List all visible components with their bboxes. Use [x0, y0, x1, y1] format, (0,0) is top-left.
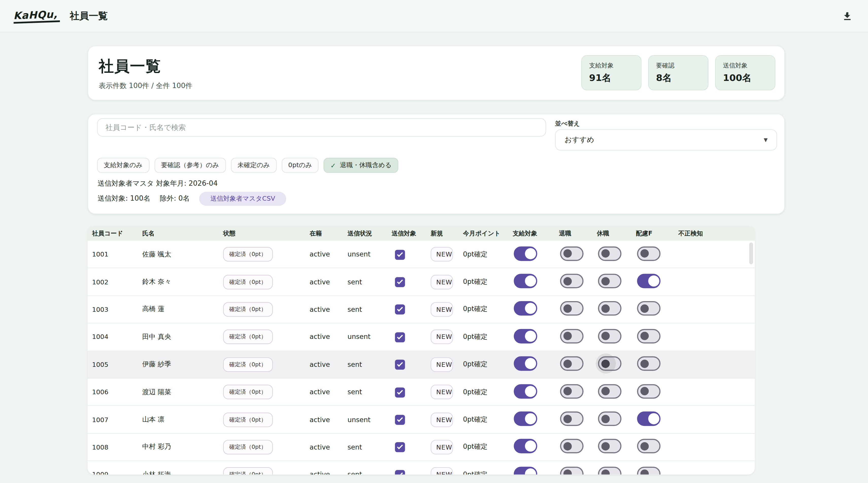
filter-chip[interactable]: 要確認（参考）のみ — [154, 158, 226, 173]
status-badge: 確定済（0pt） — [223, 247, 273, 261]
pay-target-toggle[interactable] — [514, 356, 537, 371]
new-badge: NEW — [431, 385, 453, 399]
column-header: 在籍 — [310, 229, 347, 237]
table-scrollbar-thumb[interactable] — [749, 243, 753, 264]
search-input[interactable] — [97, 118, 546, 137]
send-target-checkbox[interactable] — [395, 332, 405, 343]
filter-chip[interactable]: 支給対象のみ — [97, 158, 149, 173]
leave-toggle[interactable] — [598, 301, 621, 316]
employee-code: 1007 — [92, 416, 143, 424]
send-target-checkbox[interactable] — [395, 470, 405, 474]
employee-name: 中村 彩乃 — [142, 442, 223, 452]
app-logo: KaHQu, — [13, 8, 60, 24]
enrollment-status: active — [310, 361, 347, 368]
leave-toggle[interactable] — [598, 412, 621, 426]
switch-knob — [640, 442, 649, 451]
enrollment-status: active — [310, 416, 347, 424]
retirement-toggle[interactable] — [560, 356, 584, 371]
check-icon — [397, 278, 403, 284]
pay-target-toggle[interactable] — [514, 384, 537, 398]
pay-target-toggle[interactable] — [514, 301, 537, 316]
filter-chip[interactable]: 0ptのみ — [281, 158, 319, 173]
send-target-checkbox[interactable] — [395, 360, 405, 370]
filter-chip-label: 支給対象のみ — [104, 161, 143, 169]
send-status: sent — [347, 388, 392, 396]
monthly-point: 0pt確定 — [463, 332, 513, 342]
stat-value: 100名 — [723, 72, 768, 84]
care-flag-toggle[interactable] — [637, 466, 660, 474]
care-flag-toggle[interactable] — [637, 274, 660, 288]
pay-target-toggle[interactable] — [514, 412, 537, 426]
pay-target-toggle[interactable] — [514, 246, 537, 261]
leave-toggle[interactable] — [598, 356, 621, 371]
switch-knob — [640, 359, 649, 368]
stat-value: 91名 — [589, 72, 634, 84]
retirement-toggle[interactable] — [560, 466, 584, 474]
send-target-checkbox[interactable] — [395, 250, 405, 260]
retirement-toggle[interactable] — [560, 301, 584, 316]
filter-chip[interactable]: 未確定のみ — [231, 158, 276, 173]
pay-target-toggle[interactable] — [514, 329, 537, 343]
monthly-point: 0pt確定 — [463, 415, 513, 424]
send-target-checkbox[interactable] — [395, 387, 405, 397]
employee-code: 1003 — [92, 305, 143, 313]
column-header: 今月ポイント — [463, 229, 513, 237]
send-status: unsent — [347, 416, 392, 424]
switch-knob — [601, 359, 610, 368]
sort-select[interactable]: おすすめ ▼ — [555, 129, 777, 151]
summary-card: 社員一覧 表示件数 100件 / 全件 100件 支給対象91名要確認8名送信対… — [88, 46, 785, 100]
enrollment-status: active — [310, 471, 347, 475]
leave-toggle[interactable] — [598, 439, 621, 454]
retirement-toggle[interactable] — [560, 439, 584, 454]
status-badge: 確定済（0pt） — [223, 385, 273, 399]
retirement-toggle[interactable] — [560, 274, 584, 288]
top-bar: KaHQu, 社員一覧 — [0, 0, 868, 32]
send-target-checkbox[interactable] — [395, 442, 405, 453]
enrollment-status: active — [310, 305, 347, 313]
stat-label: 要確認 — [656, 61, 701, 70]
retirement-toggle[interactable] — [560, 384, 584, 398]
switch-knob — [640, 304, 649, 313]
send-target-checkbox[interactable] — [395, 277, 405, 287]
new-badge: NEW — [431, 330, 453, 344]
column-header: 支給対象 — [513, 229, 559, 237]
switch-knob — [640, 332, 649, 341]
leave-toggle[interactable] — [598, 246, 621, 261]
care-flag-toggle[interactable] — [637, 301, 660, 316]
employee-name: 高橋 蓮 — [142, 305, 223, 314]
stat-box: 支給対象91名 — [581, 55, 641, 90]
employee-name: 鈴木 奈々 — [142, 277, 223, 287]
send-target-checkbox[interactable] — [395, 415, 405, 425]
pay-target-toggle[interactable] — [514, 466, 537, 474]
master-csv-button[interactable]: 送信対象者マスタCSV — [199, 192, 286, 206]
pay-target-toggle[interactable] — [514, 439, 537, 454]
send-status: sent — [347, 443, 392, 451]
care-flag-toggle[interactable] — [637, 439, 660, 454]
leave-toggle[interactable] — [598, 329, 621, 343]
stat-label: 支給対象 — [589, 61, 634, 70]
care-flag-toggle[interactable] — [637, 356, 660, 371]
retirement-toggle[interactable] — [560, 412, 584, 426]
leave-toggle[interactable] — [598, 274, 621, 288]
care-flag-toggle[interactable] — [637, 329, 660, 343]
switch-knob — [525, 413, 536, 424]
new-badge: NEW — [431, 412, 453, 427]
pay-target-toggle[interactable] — [514, 274, 537, 288]
filter-chip[interactable]: ✓退職・休職含める — [323, 158, 398, 173]
leave-toggle[interactable] — [598, 384, 621, 398]
care-flag-toggle[interactable] — [637, 412, 660, 426]
filter-chip-label: 未確定のみ — [237, 161, 270, 169]
care-flag-toggle[interactable] — [637, 384, 660, 398]
switch-knob — [525, 441, 536, 452]
employee-code: 1008 — [92, 443, 143, 451]
status-badge: 確定済（0pt） — [223, 468, 273, 475]
leave-toggle[interactable] — [598, 466, 621, 474]
send-target-checkbox[interactable] — [395, 305, 405, 315]
care-flag-toggle[interactable] — [637, 246, 660, 261]
download-button[interactable] — [840, 9, 855, 23]
monthly-point: 0pt確定 — [463, 305, 513, 314]
retirement-toggle[interactable] — [560, 329, 584, 343]
retirement-toggle[interactable] — [560, 246, 584, 261]
employee-code: 1009 — [92, 471, 143, 475]
filter-chip-label: 0ptのみ — [288, 161, 312, 169]
